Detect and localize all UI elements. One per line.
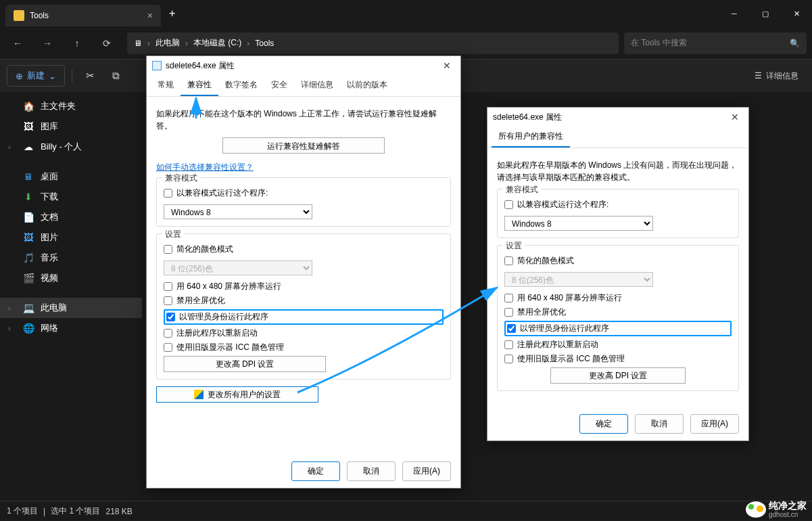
copy-icon[interactable]: ⧉ <box>105 65 126 87</box>
reduced-color-checkbox[interactable] <box>504 256 513 265</box>
disable-fullscreen-checkbox[interactable] <box>164 296 172 305</box>
register-restart-check[interactable]: 注册此程序以重新启动 <box>504 339 732 350</box>
sidebar-item-desktop[interactable]: 🖥桌面 <box>0 166 142 187</box>
compat-mode-fieldset: 兼容模式 以兼容模式运行这个程序: Windows 8 <box>156 177 451 227</box>
run-admin-checkbox[interactable] <box>507 324 516 333</box>
register-restart-checkbox[interactable] <box>504 340 513 349</box>
watermark: 纯净之家 gdhost.cn <box>746 501 807 518</box>
legacy-icc-checkbox[interactable] <box>504 355 513 363</box>
tab-all-users[interactable]: 所有用户的兼容性 <box>492 127 570 148</box>
reduced-color-check[interactable]: 简化的颜色模式 <box>164 244 444 255</box>
res-640-check[interactable]: 用 640 x 480 屏幕分辨率运行 <box>164 281 444 292</box>
change-dpi-button[interactable]: 更改高 DPI 设置 <box>550 367 686 384</box>
forward-button[interactable]: → <box>35 32 59 54</box>
settings-fieldset: 设置 简化的颜色模式 8 位(256)色 用 640 x 480 屏幕分辨率运行… <box>156 233 451 380</box>
pc-icon: 🖥 <box>134 39 142 48</box>
chevron-down-icon: ⌄ <box>49 71 56 81</box>
tab-general[interactable]: 常规 <box>151 75 181 96</box>
change-all-users-button[interactable]: 更改所有用户的设置 <box>156 386 318 403</box>
register-restart-check[interactable]: 注册此程序以重新启动 <box>164 327 444 339</box>
back-button[interactable]: ← <box>5 32 30 54</box>
dialog-titlebar[interactable]: sdelete64.exe 属性 ✕ <box>147 56 460 75</box>
manual-settings-link[interactable]: 如何手动选择兼容性设置？ <box>156 162 254 173</box>
compat-mode-check[interactable]: 以兼容模式运行这个程序: <box>164 187 444 199</box>
maximize-button[interactable]: ▢ <box>750 3 781 24</box>
new-button[interactable]: ⊕ 新建 ⌄ <box>7 65 65 87</box>
dialog-title: sdelete64.exe 属性 <box>493 112 562 123</box>
ok-button[interactable]: 确定 <box>579 414 628 434</box>
sidebar-item-music[interactable]: 🎵音乐 <box>0 248 142 268</box>
legacy-icc-check[interactable]: 使用旧版显示器 ICC 颜色管理 <box>504 353 732 365</box>
crumb-2[interactable]: Tools <box>255 39 274 48</box>
crumb-0[interactable]: 此电脑 <box>156 37 180 49</box>
sidebar-item-documents[interactable]: 📄文档 <box>0 207 142 227</box>
tab-signatures[interactable]: 数字签名 <box>218 75 264 96</box>
legacy-icc-check[interactable]: 使用旧版显示器 ICC 颜色管理 <box>164 342 444 353</box>
res-640-checkbox[interactable] <box>504 294 513 302</box>
intro-text: 如果此程序不能在这个版本的 Windows 上正常工作，请尝试运行兼容性疑难解答… <box>156 108 451 132</box>
chevron-right-icon: › <box>8 143 16 151</box>
tab-title: Tools <box>30 11 49 20</box>
nav-toolbar: ← → ↑ ⟳ 🖥 › 此电脑 › 本地磁盘 (C:) › Tools 在 To… <box>0 27 812 60</box>
disable-fullscreen-checkbox[interactable] <box>504 308 513 317</box>
status-selected: 选中 1 个项目 <box>51 505 100 517</box>
tab-details[interactable]: 详细信息 <box>294 75 340 96</box>
res-640-checkbox[interactable] <box>164 282 172 291</box>
cancel-button[interactable]: 取消 <box>347 461 396 481</box>
compat-mode-checkbox[interactable] <box>164 189 172 198</box>
color-depth-select: 8 位(256)色 <box>164 260 312 275</box>
tab-compatibility[interactable]: 兼容性 <box>181 75 218 96</box>
close-window-button[interactable]: ✕ <box>781 3 812 24</box>
divider: | <box>43 507 45 516</box>
run-admin-check[interactable]: 以管理员身份运行此程序 <box>504 321 732 336</box>
tab-security[interactable]: 安全 <box>264 75 294 96</box>
disable-fullscreen-check[interactable]: 禁用全屏优化 <box>164 295 444 307</box>
details-toggle[interactable]: ☰ 详细信息 <box>748 66 805 86</box>
sidebar-item-onedrive[interactable]: ›☁Billy - 个人 <box>0 137 142 157</box>
compat-mode-check[interactable]: 以兼容模式运行这个程序: <box>504 199 732 210</box>
dialog-tabs: 所有用户的兼容性 <box>487 127 748 148</box>
sidebar-item-gallery[interactable]: 🖼图库 <box>0 116 142 137</box>
run-admin-checkbox[interactable] <box>166 313 175 321</box>
cut-icon[interactable]: ✂ <box>79 65 101 87</box>
sidebar-item-home[interactable]: 🏠主文件夹 <box>0 96 142 116</box>
register-restart-checkbox[interactable] <box>164 329 172 338</box>
crumb-1[interactable]: 本地磁盘 (C:) <box>193 37 241 49</box>
explorer-tab[interactable]: Tools × <box>5 5 161 26</box>
minimize-button[interactable]: ─ <box>719 3 750 24</box>
compat-mode-select[interactable]: Windows 8 <box>164 204 312 219</box>
sidebar-item-network[interactable]: ›🌐网络 <box>0 318 142 338</box>
sidebar-item-downloads[interactable]: ⬇下载 <box>0 187 142 207</box>
sidebar-item-thispc[interactable]: ›💻此电脑 <box>0 298 142 318</box>
apply-button[interactable]: 应用(A) <box>690 414 739 434</box>
up-button[interactable]: ↑ <box>65 32 89 54</box>
compat-mode-select[interactable]: Windows 8 <box>504 216 653 231</box>
watermark-logo <box>746 501 766 518</box>
close-icon[interactable]: ✕ <box>727 110 743 124</box>
plus-circle-icon: ⊕ <box>16 71 23 81</box>
disable-fullscreen-check[interactable]: 禁用全屏优化 <box>504 307 732 318</box>
tab-previous[interactable]: 以前的版本 <box>340 75 394 96</box>
search-input[interactable]: 在 Tools 中搜索 🔍 <box>624 32 807 54</box>
window-controls: ─ ▢ ✕ <box>719 3 812 24</box>
ok-button[interactable]: 确定 <box>291 461 340 481</box>
sidebar-item-pictures[interactable]: 🖼图片 <box>0 227 142 248</box>
legacy-icc-checkbox[interactable] <box>164 343 172 352</box>
troubleshoot-button[interactable]: 运行兼容性疑难解答 <box>222 137 385 154</box>
close-icon[interactable]: ✕ <box>439 59 455 72</box>
res-640-check[interactable]: 用 640 x 480 屏幕分辨率运行 <box>504 292 732 304</box>
refresh-button[interactable]: ⟳ <box>95 32 119 54</box>
reduced-color-check[interactable]: 简化的颜色模式 <box>504 255 732 267</box>
change-dpi-button[interactable]: 更改高 DPI 设置 <box>164 356 326 372</box>
dialog-titlebar[interactable]: sdelete64.exe 属性 ✕ <box>487 108 748 127</box>
close-tab-icon[interactable]: × <box>147 10 153 21</box>
intro-text: 如果此程序在早期版本的 Windows 上没有问题，而现在出现问题，请选择与该早… <box>497 159 739 183</box>
reduced-color-checkbox[interactable] <box>164 245 172 254</box>
run-admin-check[interactable]: 以管理员身份运行此程序 <box>164 309 444 325</box>
sidebar-item-videos[interactable]: 🎬视频 <box>0 268 142 288</box>
breadcrumb[interactable]: 🖥 › 此电脑 › 本地磁盘 (C:) › Tools <box>127 32 619 54</box>
new-tab-button[interactable]: + <box>161 7 183 20</box>
cancel-button[interactable]: 取消 <box>635 414 684 434</box>
compat-mode-checkbox[interactable] <box>504 200 513 209</box>
apply-button[interactable]: 应用(A) <box>402 461 451 481</box>
